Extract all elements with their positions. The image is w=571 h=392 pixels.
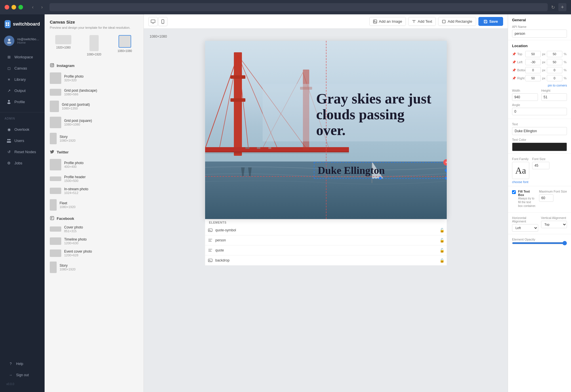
canvas-size-1080x1080[interactable]: 1080×1080 <box>111 35 138 56</box>
template-fb-event[interactable]: Event cover photo 1200×628 <box>47 247 141 259</box>
canvas-size-thumb-1080x1920 <box>89 35 99 51</box>
element-name-backdrop: backdrop <box>215 258 437 262</box>
back-button[interactable]: ‹ <box>29 3 37 11</box>
angle-input[interactable] <box>512 108 567 115</box>
sidebar-item-help[interactable]: ? Help <box>3 358 41 369</box>
template-size: 320×320 <box>64 78 138 82</box>
choose-font-link[interactable]: choose font <box>512 180 567 184</box>
save-button[interactable]: Save <box>478 17 503 26</box>
canvas-frame[interactable]: " Gray skies are just clouds passing ove… <box>205 41 447 219</box>
template-thumb <box>50 226 61 232</box>
minimize-button[interactable] <box>12 5 16 9</box>
location-right-input[interactable] <box>525 75 541 81</box>
h-alignment-select[interactable]: Left Center Right <box>512 224 538 232</box>
template-instagram-story[interactable]: Story 1080×1920 <box>47 130 141 147</box>
element-backdrop[interactable]: backdrop 🔒 <box>205 255 447 266</box>
new-tab-button[interactable]: + <box>558 3 566 11</box>
sidebar-item-workspace[interactable]: ⊞ Workspace <box>2 51 43 62</box>
close-button[interactable] <box>5 5 9 9</box>
canvas-size-1920[interactable]: 1920×1080 <box>50 35 77 56</box>
height-input[interactable] <box>541 93 567 101</box>
max-font-size-label: Maximum Font Size <box>539 190 567 193</box>
resize-handle-right[interactable] <box>445 169 447 172</box>
template-instagram-square[interactable]: Grid post (square) 1080×1080 <box>47 114 141 130</box>
maximize-button[interactable] <box>18 5 23 9</box>
svg-point-7 <box>7 102 11 104</box>
pin-to-corners-link[interactable]: pin to corners <box>512 83 567 89</box>
canvas-icon: ◻ <box>6 66 12 71</box>
template-thumb <box>50 188 61 194</box>
template-twitter-fleet[interactable]: Fleet 1080×1920 <box>47 197 141 213</box>
canvas-size-1080x1920[interactable]: 1080×1920 <box>81 35 108 56</box>
text-color-swatch[interactable] <box>512 143 567 151</box>
fill-textbox-section: Fill Text Box Always try to fill the tex… <box>508 186 571 213</box>
pin-top-icon: 📌 <box>512 52 516 56</box>
template-name: Grid post (square) <box>64 119 138 123</box>
add-text-button[interactable]: Add Text <box>408 17 436 26</box>
opacity-slider[interactable] <box>512 242 567 244</box>
template-fb-cover[interactable]: Cover photo 851×315 <box>47 223 141 235</box>
v-alignment-select[interactable]: Top Middle Bottom <box>541 221 567 228</box>
location-top-unit: px <box>542 52 546 56</box>
template-instagram-profile[interactable]: Profile photo 320×320 <box>47 70 141 86</box>
font-preview-text: Aa <box>515 165 526 176</box>
location-top-percent-input[interactable] <box>547 51 562 57</box>
resize-handle-bottomright[interactable] <box>445 177 447 180</box>
add-text-label: Add Text <box>418 19 432 24</box>
add-rectangle-button[interactable]: Add Rectangle <box>438 17 476 26</box>
sidebar-item-overlook[interactable]: ◉ Overlook <box>2 124 43 135</box>
template-info: Story 1080×1920 <box>60 135 138 142</box>
location-bottom-label: 📌 Bottom <box>512 68 524 72</box>
template-fb-timeline[interactable]: Timeline photo 1200×630 <box>47 235 141 247</box>
svg-rect-26 <box>234 52 242 156</box>
template-instagram-landscape[interactable]: Grid post (landscape) 1080×566 <box>47 86 141 98</box>
fill-text-box-checkbox[interactable] <box>512 190 516 194</box>
template-twitter-profile[interactable]: Profile photo 400×400 <box>47 157 141 173</box>
location-bottom-percent-input[interactable] <box>547 67 562 73</box>
template-twitter-instream[interactable]: In-stream photo 1024×512 <box>47 185 141 197</box>
sidebar-item-library[interactable]: ≡ Library <box>2 74 43 85</box>
url-bar[interactable] <box>49 3 548 11</box>
template-size: 1080×1920 <box>60 268 138 271</box>
max-font-size-input[interactable] <box>539 194 553 202</box>
person-element[interactable]: × Duke Ellington <box>314 162 447 179</box>
location-bottom-input[interactable] <box>525 67 541 73</box>
refresh-icon[interactable]: ↻ <box>551 5 555 10</box>
sidebar-item-reset-nodes[interactable]: ↺ Reset Nodes <box>2 146 43 157</box>
element-person[interactable]: person 🔓 <box>205 235 447 245</box>
sidebar-item-profile[interactable]: Profile <box>2 96 43 107</box>
width-input[interactable] <box>512 93 538 101</box>
location-left-percent-input[interactable] <box>547 59 562 65</box>
resize-handle-bottom[interactable] <box>379 177 382 180</box>
mobile-view-button[interactable] <box>158 17 167 26</box>
svg-point-5 <box>7 42 11 44</box>
element-quote-symbol[interactable]: quote-symbol 🔓 <box>205 225 447 235</box>
fill-text-box-label: Fill Text Box <box>518 190 536 197</box>
canvas-size-label-1080x1080: 1080×1080 <box>117 49 132 53</box>
sidebar-item-jobs[interactable]: ⚙ Jobs <box>2 157 43 168</box>
lock-icon-backdrop: 🔒 <box>440 258 444 263</box>
element-quote[interactable]: quote 🔓 <box>205 245 447 255</box>
add-image-button[interactable]: Add an Image <box>369 17 406 26</box>
admin-section-label: ADMIN <box>0 115 45 121</box>
element-image-icon-backdrop <box>207 258 213 263</box>
forward-button[interactable]: › <box>38 3 46 11</box>
font-preview-box[interactable]: Aa <box>512 162 529 179</box>
desktop-view-button[interactable] <box>148 17 158 26</box>
sidebar-item-signout[interactable]: → Sign out <box>3 370 41 381</box>
template-fb-story[interactable]: Story 1080×1920 <box>47 259 141 275</box>
location-left-input[interactable] <box>525 59 541 65</box>
font-size-input[interactable] <box>532 162 549 169</box>
template-instagram-portrait[interactable]: Grid post (portrait) 1080×1350 <box>47 98 141 114</box>
sidebar-item-canvas[interactable]: ◻ Canvas <box>2 63 43 74</box>
api-name-input[interactable] <box>512 30 567 38</box>
location-top-input[interactable] <box>525 51 541 57</box>
sidebar-item-users[interactable]: Users <box>2 135 43 146</box>
right-panel: General API Name Location 📌 Top px % 📌 <box>508 14 571 392</box>
location-right-percent-input[interactable] <box>547 75 562 81</box>
general-title: General <box>512 18 567 22</box>
template-twitter-header[interactable]: Profile header 1500×500 <box>47 173 141 185</box>
text-input[interactable] <box>512 127 567 135</box>
canvas-panel-description: Preview and design your template for the… <box>50 26 138 30</box>
sidebar-item-output[interactable]: ↗ Output <box>2 85 43 96</box>
